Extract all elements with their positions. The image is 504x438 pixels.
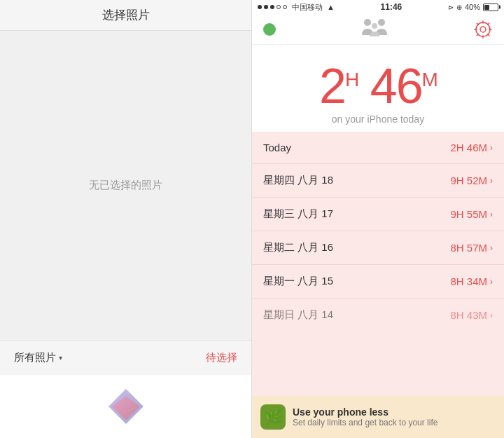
- usage-time-sun: 8H 43M: [450, 309, 487, 321]
- signal-dot-5: [283, 5, 287, 9]
- svg-point-5: [480, 27, 486, 32]
- status-right-area: ⊳ ⊕ 40%: [448, 3, 498, 11]
- svg-point-6: [476, 22, 490, 36]
- usage-time-wed: 9H 55M: [450, 208, 487, 220]
- usage-time-tue: 8H 57M: [450, 242, 487, 254]
- status-bar: 中国移动 ▲ 11:46 ⊳ ⊕ 40%: [252, 0, 504, 14]
- app-diamond-icon: [105, 385, 147, 427]
- battery-fill: [484, 5, 489, 10]
- usage-time-thu: 9H 52M: [450, 174, 487, 186]
- usage-row-tue[interactable]: 星期二 八月 16 8H 57M ›: [252, 231, 504, 265]
- usage-label-thu: 星期四 八月 18: [263, 174, 333, 187]
- usage-label-today: Today: [263, 142, 291, 153]
- status-dot-green[interactable]: [263, 23, 276, 36]
- screen-time-panel: 中国移动 ▲ 11:46 ⊳ ⊕ 40%: [252, 0, 504, 438]
- banner-text-area: Use your phone less Set daily limits and…: [293, 406, 438, 427]
- battery-percent: 40%: [465, 3, 480, 11]
- photo-picker-header: 选择照片: [0, 0, 251, 31]
- chevron-right-sun: ›: [490, 310, 493, 320]
- banner-title: Use your phone less: [293, 406, 438, 418]
- svg-point-3: [378, 19, 385, 26]
- use-phone-less-banner[interactable]: 🌿 Use your phone less Set daily limits a…: [252, 396, 504, 438]
- usage-label-tue: 星期二 八月 16: [263, 241, 333, 254]
- photo-grid-empty: 无已选择的照片: [0, 31, 251, 340]
- chevron-right-wed: ›: [490, 210, 493, 219]
- signal-dot-1: [258, 5, 262, 9]
- usage-time-today: 2H 46M: [450, 142, 487, 153]
- usage-value-wrap-today: 2H 46M ›: [450, 142, 493, 153]
- time-subtitle: on your iPhone today: [263, 114, 493, 125]
- time-display: 2H 46M on your iPhone today: [252, 45, 504, 132]
- album-selector[interactable]: 所有照片 ▾: [14, 351, 62, 364]
- chevron-right-today: ›: [490, 143, 493, 153]
- gear-icon[interactable]: [473, 20, 493, 39]
- status-time: 11:46: [381, 2, 402, 12]
- location-icon: ⊳: [448, 4, 454, 11]
- chevron-right-thu: ›: [490, 176, 493, 186]
- carrier-name: 中国移动: [292, 2, 323, 13]
- rotate-lock-icon: ⊕: [456, 4, 462, 11]
- no-photos-label: 无已选择的照片: [89, 179, 162, 192]
- chevron-down-icon: ▾: [59, 354, 62, 362]
- app-logo-area: [0, 375, 251, 438]
- hours-unit: H: [345, 69, 358, 90]
- usage-label-mon: 星期一 八月 15: [263, 275, 333, 288]
- pending-select-button[interactable]: 待选择: [206, 351, 237, 364]
- top-nav-bar: [252, 14, 504, 45]
- hours-value: 2: [319, 59, 345, 114]
- signal-dot-4: [276, 5, 281, 9]
- flower-icon: 🌿: [260, 404, 286, 430]
- usage-row-thu[interactable]: 星期四 八月 18 9H 52M ›: [252, 164, 504, 198]
- svg-point-4: [372, 23, 377, 29]
- family-icon: [360, 18, 388, 41]
- chevron-right-tue: ›: [490, 243, 493, 253]
- usage-row-wed[interactable]: 星期三 八月 17 9H 55M ›: [252, 198, 504, 231]
- signal-dot-3: [270, 5, 274, 9]
- usage-value-wrap-wed: 9H 55M ›: [450, 208, 493, 220]
- minutes-value: 46: [370, 59, 422, 114]
- photo-picker-title: 选择照片: [102, 7, 150, 23]
- usage-value-wrap-thu: 9H 52M ›: [450, 174, 493, 186]
- minutes-unit: M: [422, 69, 437, 90]
- usage-value-wrap-tue: 8H 57M ›: [450, 242, 493, 254]
- wifi-icon: ▲: [327, 3, 335, 11]
- chevron-right-mon: ›: [490, 277, 493, 287]
- battery-icon: [483, 4, 498, 11]
- banner-subtitle: Set daily limits and get back to your li…: [293, 418, 438, 427]
- usage-row-mon[interactable]: 星期一 八月 15 8H 34M ›: [252, 265, 504, 299]
- screen-time-value: 2H 46M: [263, 62, 493, 111]
- usage-list: Today 2H 46M › 星期四 八月 18 9H 52M › 星期三 八月…: [252, 132, 504, 396]
- usage-row-sun[interactable]: 星期日 八月 14 8H 43M ›: [252, 299, 504, 331]
- usage-value-wrap-sun: 8H 43M ›: [450, 309, 493, 321]
- usage-row-today[interactable]: Today 2H 46M ›: [252, 132, 504, 164]
- svg-point-2: [364, 19, 371, 26]
- photo-picker-panel: 选择照片 无已选择的照片 所有照片 ▾ 待选择: [0, 0, 252, 438]
- usage-value-wrap-mon: 8H 34M ›: [450, 275, 493, 287]
- usage-label-wed: 星期三 八月 17: [263, 207, 333, 221]
- signal-area: 中国移动 ▲: [258, 2, 335, 13]
- usage-time-mon: 8H 34M: [450, 275, 487, 287]
- album-name: 所有照片: [14, 351, 56, 364]
- photo-picker-footer: 所有照片 ▾ 待选择: [0, 340, 251, 375]
- usage-label-sun: 星期日 八月 14: [263, 308, 333, 322]
- signal-dot-2: [264, 5, 268, 9]
